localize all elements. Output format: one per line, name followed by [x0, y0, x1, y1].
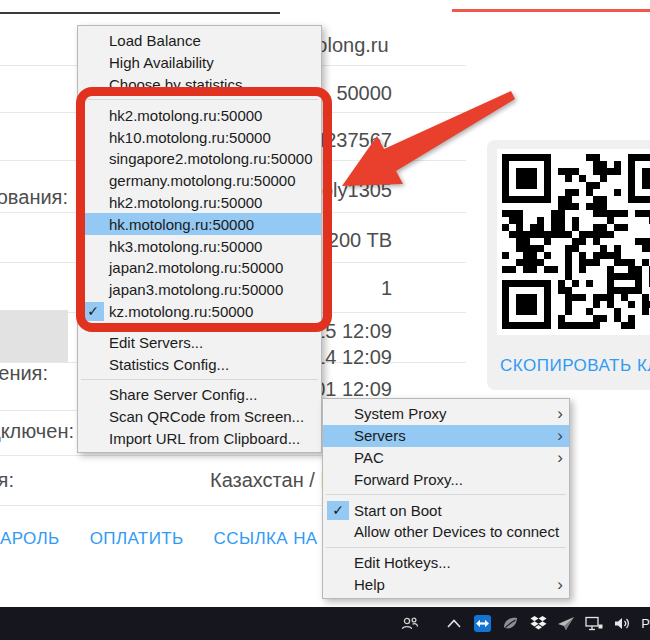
checkmark-icon	[327, 575, 349, 594]
teamviewer-icon[interactable]	[473, 615, 491, 633]
people-icon[interactable]	[401, 615, 419, 633]
page-link[interactable]: АРОЛЬ	[0, 529, 60, 549]
menu-item[interactable]: Load Balance ›	[78, 30, 321, 52]
checkmark-icon	[82, 237, 104, 256]
menu-item[interactable]: Allow other Devices to connect ›	[323, 521, 569, 543]
checkmark-icon	[82, 128, 104, 147]
taskbar[interactable]: РУ	[0, 607, 650, 640]
menu-item[interactable]: Scan QRCode from Screen... ›	[78, 406, 321, 428]
page-top-divider	[0, 12, 280, 14]
menu-item[interactable]: Start on Boot ›	[323, 499, 569, 521]
paper-plane-icon[interactable]	[557, 615, 575, 633]
account-id-value: 4237567	[314, 129, 392, 152]
menu-item[interactable]: Choose by statistics ›	[78, 74, 321, 96]
checkmark-icon	[82, 31, 104, 50]
checkmark-icon	[327, 553, 349, 572]
submenu-arrow-icon: ›	[557, 576, 563, 593]
menu-item[interactable]: Statistics Config... ›	[78, 353, 321, 375]
checkmark-icon	[82, 215, 104, 234]
checkmark-icon	[82, 193, 104, 212]
qr-code-box	[497, 149, 650, 335]
encryption-value: poly1305	[311, 179, 392, 202]
checkmark-icon	[82, 333, 104, 352]
servers-submenu: Load Balance › High Availability › Choos…	[77, 25, 322, 453]
menu-item[interactable]: System Proxy ›	[323, 403, 569, 425]
menu-separator	[323, 543, 569, 552]
checkmark-icon	[327, 448, 349, 467]
menu-separator	[78, 375, 321, 384]
network-icon[interactable]	[585, 615, 603, 633]
menu-item[interactable]: PAC ›	[323, 447, 569, 469]
encryption-label: рования:	[0, 186, 68, 209]
qr-code	[502, 154, 650, 329]
desktop-screen: motolong.ru 50000 4237567 poly1305 1.200…	[0, 0, 650, 640]
page-links: АРОЛЬОПЛАТИТЬССЫЛКА НА КЛЮЧ	[0, 529, 373, 549]
menu-item[interactable]: germany.motolong.ru:50000 ›	[78, 170, 321, 192]
checkmark-icon	[82, 429, 104, 448]
checkmark-icon	[82, 280, 104, 299]
checkmark-icon	[327, 404, 349, 423]
menu-item[interactable]: Share Server Config... ›	[78, 384, 321, 406]
menu-item[interactable]: Forward Proxy... ›	[323, 468, 569, 490]
menu-item[interactable]: Help ›	[323, 574, 569, 596]
menu-item[interactable]: Servers ›	[323, 425, 569, 447]
menu-item[interactable]: Edit Servers... ›	[78, 331, 321, 353]
port-value: 50000	[336, 82, 392, 105]
menu-separator	[323, 490, 569, 499]
menu-item[interactable]: High Availability ›	[78, 52, 321, 74]
menu-item[interactable]: singapore2.motolong.ru:50000 ›	[78, 148, 321, 170]
checkmark-icon	[82, 171, 104, 190]
menu-item[interactable]: japan2.motolong.ru:50000 ›	[78, 257, 321, 279]
checkmark-icon	[82, 385, 104, 404]
system-tray: РУ	[401, 607, 650, 640]
checkmark-icon	[327, 470, 349, 489]
checkmark-icon	[327, 522, 349, 541]
tray-context-menu: System Proxy › Servers › PAC › Forward P…	[322, 398, 570, 599]
menu-separator	[78, 95, 321, 104]
checkmark-icon	[82, 106, 104, 125]
menu-item[interactable]: japan3.motolong.ru:50000 ›	[78, 279, 321, 301]
menu-separator	[78, 322, 321, 331]
checkmark-icon	[82, 258, 104, 277]
checkmark-icon	[327, 501, 349, 520]
volume-icon[interactable]	[613, 615, 631, 633]
language-indicator[interactable]: РУ	[641, 616, 650, 631]
checkmark-icon	[82, 355, 104, 374]
menu-item[interactable]: kz.motolong.ru:50000 ›	[78, 301, 321, 323]
traffic-value: 1.200 TB	[311, 229, 392, 252]
page-link[interactable]: ОПЛАТИТЬ	[90, 529, 184, 549]
menu-item[interactable]: Edit Hotkeys... ›	[323, 552, 569, 574]
red-annotation-line	[452, 9, 650, 12]
checkmark-icon	[82, 75, 104, 94]
menu-item[interactable]: hk2.motolong.ru:50000 ›	[78, 192, 321, 214]
menu-item[interactable]: Import URL from Clipboard... ›	[78, 428, 321, 450]
checkmark-icon	[82, 149, 104, 168]
copy-key-link[interactable]: СКОПИРОВАТЬ КЛЮ	[500, 356, 650, 376]
submenu-arrow-icon: ›	[557, 427, 563, 444]
menu-item[interactable]: hk10.motolong.ru:50000 ›	[78, 126, 321, 148]
checkmark-icon	[82, 407, 104, 426]
checkmark-icon	[82, 302, 104, 321]
device-count-value: 1	[381, 277, 392, 300]
page-label-3: дключен:	[0, 420, 74, 443]
checkmark-icon	[82, 53, 104, 72]
menu-item[interactable]: hk2.motolong.ru:50000 ›	[78, 104, 321, 126]
submenu-arrow-icon: ›	[557, 449, 563, 466]
menu-item[interactable]: hk3.motolong.ru:50000 ›	[78, 235, 321, 257]
qr-card: СКОПИРОВАТЬ КЛЮ	[487, 140, 650, 390]
menu-item[interactable]: hk.motolong.ru:50000 ›	[78, 213, 321, 235]
page-gray-button[interactable]	[0, 310, 68, 362]
chevron-up-icon[interactable]	[445, 615, 463, 633]
submenu-arrow-icon: ›	[557, 405, 563, 422]
dropbox-icon[interactable]	[529, 615, 547, 633]
page-label-2: ения:	[0, 362, 48, 385]
checkmark-icon	[327, 426, 349, 445]
leaf-icon[interactable]	[501, 615, 519, 633]
page-label-4: я:	[0, 469, 14, 492]
